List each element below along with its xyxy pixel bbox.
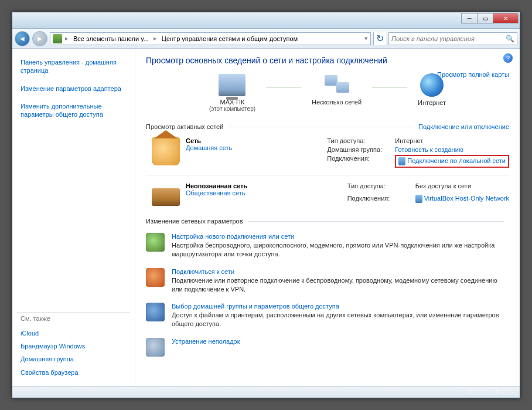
breadcrumb[interactable]: ▸ Все элементы панели у... ▸ Центр управ… (50, 32, 371, 45)
back-button[interactable]: ◄ (15, 31, 30, 46)
minimize-button[interactable]: ─ (461, 13, 478, 23)
access-type-label: Тип доступа: (327, 137, 391, 144)
search-box[interactable]: 🔍 (388, 32, 517, 45)
toolbar: ◄ ► ▸ Все элементы панели у... ▸ Центр у… (12, 29, 520, 49)
help-icon[interactable]: ? (503, 53, 513, 63)
network-block-unidentified: Неопознанная сеть Общественная сеть Тип … (146, 179, 509, 209)
connect-link[interactable]: Подключиться к сети (172, 268, 509, 275)
close-button[interactable]: ✕ (493, 13, 519, 23)
full-map-link[interactable]: Просмотр полной карты (437, 71, 509, 78)
breadcrumb-item-all[interactable]: Все элементы панели у... (71, 35, 151, 43)
task-new-connection: Настройка нового подключения или сети На… (146, 228, 509, 263)
separator (146, 175, 509, 175)
chevron-right-icon: ▸ (152, 35, 159, 42)
homegroup-icon (146, 303, 165, 321)
sidebar-link-firewall[interactable]: Брандмауэр Windows (17, 340, 130, 353)
task-connect: Подключиться к сети Подключение или повт… (146, 263, 509, 299)
network-map: Просмотр полной карты МАХ-ПК (этот компь… (146, 73, 509, 117)
access-type-value: Интернет (395, 137, 509, 144)
sidebar-link-sharing[interactable]: Изменить дополнительные параметры общего… (17, 100, 130, 121)
sidebar-link-home[interactable]: Панель управления - домашняя страница (17, 56, 130, 77)
network-type-link[interactable]: Общественная сеть (186, 189, 345, 196)
forward-button[interactable]: ► (32, 31, 47, 46)
bench-icon (152, 188, 180, 206)
troubleshoot-icon (146, 338, 165, 357)
refresh-button[interactable]: ↻ (373, 32, 386, 45)
troubleshoot-link[interactable]: Устранение неполадок (172, 338, 240, 345)
multi-network-icon (323, 74, 350, 96)
node-this-pc: МАХ-ПК (этот компьютер) (209, 74, 255, 112)
breadcrumb-item-network-center[interactable]: Центр управления сетями и общим доступом (160, 35, 299, 43)
computer-icon (219, 74, 245, 96)
new-connection-link[interactable]: Настройка нового подключения или сети (172, 233, 509, 240)
search-icon: 🔍 (506, 35, 514, 43)
task-troubleshoot: Устранение неполадок (146, 333, 509, 361)
status-bar (12, 386, 520, 398)
network-name: Неопознанная сеть (186, 182, 345, 189)
sidebar-link-homegroup[interactable]: Домашняя группа (17, 353, 130, 365)
connection-highlight: Подключение по локальной сети (395, 155, 509, 168)
ethernet-icon (415, 195, 422, 203)
maximize-button[interactable]: ▭ (477, 13, 493, 23)
homegroup-link[interactable]: Готовность к созданию (395, 146, 509, 153)
window: ─ ▭ ✕ ◄ ► ▸ Все элементы панели у... ▸ Ц… (12, 12, 520, 398)
sidebar: Панель управления - домашняя страница Из… (12, 49, 135, 386)
vbox-connection-link[interactable]: VirtualBox Host-Only Network (424, 195, 509, 202)
connections-label: Подключения: (327, 155, 391, 168)
sidebar-link-adapter[interactable]: Изменение параметров адаптера (17, 82, 130, 95)
page-title: Просмотр основных сведений о сети и наст… (146, 56, 509, 65)
house-icon (152, 137, 180, 165)
network-name: Сеть (186, 137, 325, 144)
chevron-down-icon[interactable]: ▾ (364, 35, 368, 42)
sidebar-link-browser[interactable]: Свойства браузера (17, 366, 130, 379)
node-multiple-networks: Несколько сетей (312, 74, 362, 112)
active-networks-header: Просмотр активных сетей Подключение или … (146, 123, 509, 130)
chevron-right-icon: ▸ (63, 35, 70, 42)
content: Панель управления - домашняя страница Из… (12, 49, 520, 386)
homegroup-label: Домашняя группа: (327, 146, 391, 153)
titlebar: ─ ▭ ✕ (12, 12, 520, 29)
task-homegroup: Выбор домашней группы и параметров общег… (146, 298, 509, 333)
ethernet-icon (398, 157, 405, 165)
change-settings-header: Изменение сетевых параметров (146, 218, 509, 225)
access-type-value: Без доступа к сети (415, 182, 509, 192)
access-type-label: Тип доступа: (347, 182, 412, 192)
network-type-link[interactable]: Домашняя сеть (186, 144, 325, 151)
new-connection-icon (146, 233, 165, 252)
main-panel: ? Просмотр основных сведений о сети и на… (135, 49, 520, 386)
connections-label: Подключения: (347, 195, 412, 206)
search-input[interactable] (391, 35, 506, 42)
network-block-home: Сеть Домашняя сеть Тип доступа: Интернет… (146, 134, 509, 171)
see-also-heading: См. также (17, 312, 130, 327)
sidebar-link-icloud[interactable]: iCloud (17, 327, 130, 340)
connect-disconnect-link[interactable]: Подключение или отключение (418, 123, 509, 130)
lan-connection-link[interactable]: Подключение по локальной сети (407, 157, 506, 164)
control-panel-icon (53, 34, 62, 43)
node-internet: Интернет (418, 73, 446, 113)
connect-icon (146, 268, 165, 287)
homegroup-link[interactable]: Выбор домашней группы и параметров общег… (172, 303, 509, 310)
connector-line (266, 87, 301, 87)
connector-line (372, 87, 407, 87)
